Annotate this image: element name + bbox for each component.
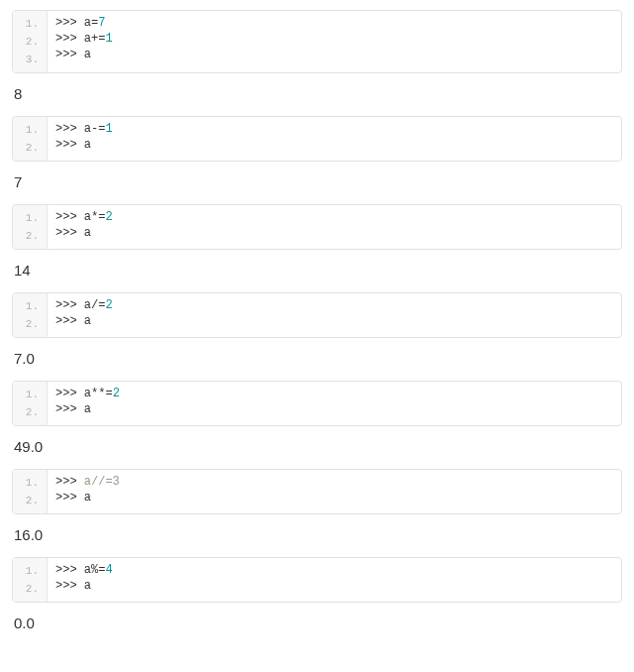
line-number-gutter: 1.2.: [13, 470, 48, 513]
code-token: 4: [105, 563, 112, 577]
line-number-gutter: 1.2.: [13, 117, 48, 161]
line-number: 1.: [13, 297, 47, 315]
code-line: >>> a: [55, 578, 613, 594]
code-line: >>> a*=2: [55, 209, 613, 225]
output-text: 7.0: [14, 350, 622, 367]
code-line: >>> a: [55, 225, 613, 241]
code-token: >>>: [55, 138, 84, 152]
code-token: >>>: [55, 402, 84, 416]
code-token: a: [84, 491, 91, 504]
code-token: >>>: [55, 122, 84, 136]
code-block: 1.2.>>> a-=1>>> a: [12, 116, 622, 162]
code-token: 7: [98, 16, 105, 30]
code-token: >>>: [55, 563, 84, 577]
line-number: 3.: [13, 51, 47, 68]
line-number: 2.: [13, 315, 47, 333]
code-line: >>> a: [55, 47, 613, 62]
code-line: >>> a: [55, 137, 613, 153]
code-token: 1: [105, 32, 112, 46]
code-area: >>> a/=2>>> a: [48, 293, 621, 337]
code-token: 2: [105, 298, 112, 312]
line-number: 2.: [13, 492, 47, 509]
code-token: a//=3: [84, 475, 120, 489]
code-token: >>>: [55, 387, 84, 400]
code-token: a: [84, 48, 91, 61]
code-area: >>> a**=2>>> a: [48, 382, 621, 425]
code-token: 2: [113, 387, 120, 400]
code-token: >>>: [55, 32, 84, 46]
code-token: a**=: [84, 387, 113, 400]
code-line: >>> a: [55, 313, 613, 329]
code-token: a: [84, 314, 91, 328]
code-token: >>>: [55, 491, 84, 504]
code-token: >>>: [55, 579, 84, 593]
code-token: a/=: [84, 298, 106, 312]
code-token: >>>: [55, 226, 84, 240]
code-line: >>> a: [55, 401, 613, 417]
line-number: 1.: [13, 209, 47, 227]
code-line: >>> a//=3: [55, 474, 613, 490]
output-text: 16.0: [14, 526, 622, 543]
line-number: 2.: [13, 580, 47, 598]
line-number-gutter: 1.2.: [13, 558, 48, 602]
code-area: >>> a//=3>>> a: [48, 470, 621, 513]
code-token: a: [84, 138, 91, 152]
code-line: >>> a+=1: [55, 31, 613, 47]
code-token: a: [84, 579, 91, 593]
line-number: 1.: [13, 15, 47, 33]
line-number: 2.: [13, 139, 47, 157]
line-number: 1.: [13, 474, 47, 492]
code-token: >>>: [55, 298, 84, 312]
code-token: a: [84, 402, 91, 416]
output-text: 14: [14, 262, 622, 279]
code-token: >>>: [55, 314, 84, 328]
code-block: 1.2.>>> a/=2>>> a: [12, 292, 622, 338]
code-token: a+=: [84, 32, 106, 46]
line-number: 2.: [13, 33, 47, 51]
line-number: 1.: [13, 562, 47, 580]
code-token: 1: [105, 122, 112, 136]
line-number: 1.: [13, 121, 47, 139]
code-token: >>>: [55, 210, 84, 224]
code-token: a%=: [84, 563, 106, 577]
code-line: >>> a=7: [55, 15, 613, 31]
code-block: 1.2.>>> a**=2>>> a: [12, 381, 622, 426]
code-token: >>>: [55, 475, 84, 489]
code-block: 1.2.>>> a%=4>>> a: [12, 557, 622, 603]
line-number-gutter: 1.2.: [13, 382, 48, 425]
output-text: 7: [14, 173, 622, 190]
code-token: a=: [84, 16, 98, 30]
code-line: >>> a/=2: [55, 297, 613, 313]
code-token: 2: [105, 210, 112, 224]
code-block: 1.2.>>> a*=2>>> a: [12, 204, 622, 250]
line-number: 2.: [13, 227, 47, 245]
code-area: >>> a%=4>>> a: [48, 558, 621, 602]
code-area: >>> a=7>>> a+=1>>> a: [48, 11, 621, 72]
code-token: >>>: [55, 16, 84, 30]
code-area: >>> a*=2>>> a: [48, 205, 621, 249]
line-number: 2.: [13, 403, 47, 421]
code-block: 1.2.>>> a//=3>>> a: [12, 469, 622, 514]
output-text: 0.0: [14, 615, 622, 631]
code-area: >>> a-=1>>> a: [48, 117, 621, 161]
line-number: 1.: [13, 386, 47, 403]
output-text: 8: [14, 85, 622, 102]
code-token: a*=: [84, 210, 106, 224]
output-text: 49.0: [14, 438, 622, 455]
code-line: >>> a**=2: [55, 386, 613, 401]
code-token: a: [84, 226, 91, 240]
line-number-gutter: 1.2.: [13, 293, 48, 337]
code-token: >>>: [55, 48, 84, 61]
line-number-gutter: 1.2.: [13, 205, 48, 249]
code-line: >>> a-=1: [55, 121, 613, 137]
code-line: >>> a%=4: [55, 562, 613, 578]
line-number-gutter: 1.2.3.: [13, 11, 48, 72]
code-block: 1.2.3.>>> a=7>>> a+=1>>> a: [12, 10, 622, 73]
code-line: >>> a: [55, 490, 613, 505]
code-token: a-=: [84, 122, 106, 136]
